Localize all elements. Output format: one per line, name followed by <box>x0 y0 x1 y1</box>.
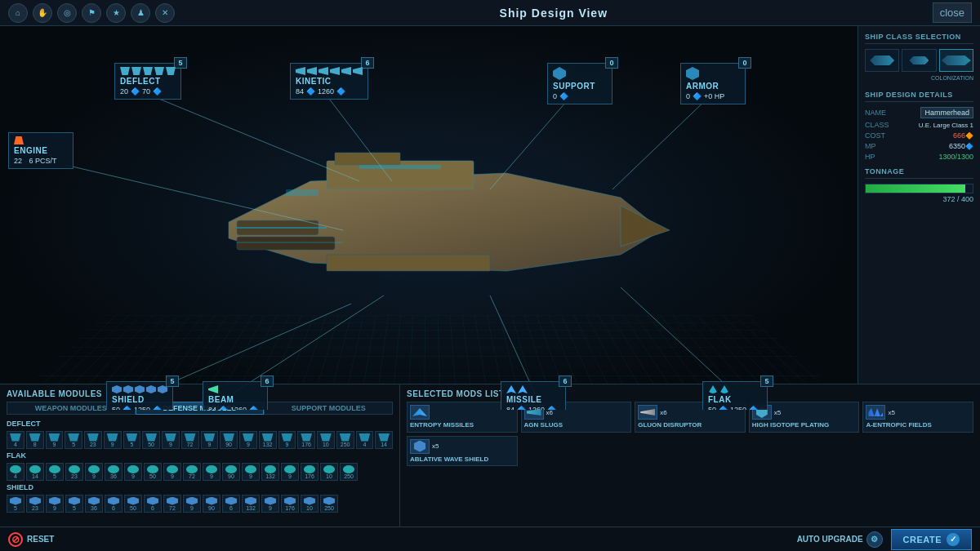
module-card-engine[interactable]: ENGINE 22 6 PCS/T <box>8 132 74 169</box>
mod-shield-10[interactable]: 9 <box>183 495 201 513</box>
agn-name: AGN SLUGS <box>524 421 629 429</box>
mod-shield-5[interactable]: 36 <box>85 495 103 513</box>
icon-person[interactable]: ♟ <box>131 3 150 23</box>
entropy-name: ENTROPY MISSILES <box>410 421 514 429</box>
mod-flak-11[interactable]: 9 <box>203 463 220 481</box>
auto-upgrade-button[interactable]: AUTO UPGRADE ⚙ <box>797 531 883 548</box>
mod-flak-17[interactable]: 10 <box>320 463 338 481</box>
sel-mod-ablative[interactable]: x5 ABLATIVE WAVE SHIELD <box>407 436 518 467</box>
module-card-flak[interactable]: 5 FLAK 50 🔷 1250 🔷 <box>702 381 768 410</box>
module-card-kinetic[interactable]: 6 KINETIC 84 🔷 1260 🔷 <box>290 63 368 100</box>
module-card-armor[interactable]: 0 ARMOR 0 🔷 +0 HP <box>680 63 746 104</box>
mp-label: MP <box>865 142 876 150</box>
top-bar: ⌂ ✋ ◎ ⚑ ★ ♟ ✕ Ship Design View close <box>0 0 980 26</box>
mod-flak-16[interactable]: 176 <box>301 463 318 481</box>
mod-deflect-13[interactable]: 9 <box>239 431 257 449</box>
mp-value: 6350🔷 <box>949 142 973 150</box>
mod-shield-8[interactable]: 6 <box>144 495 162 513</box>
mod-deflect-17[interactable]: 10 <box>317 431 335 449</box>
module-card-deflect[interactable]: 5 DEFLECT 20 🔷 70 🔷 <box>114 63 181 100</box>
cost-label: COST <box>865 131 885 140</box>
icon-flag[interactable]: ⚑ <box>82 3 101 23</box>
ship-silhouette <box>163 124 670 320</box>
close-button[interactable]: close <box>933 2 972 23</box>
ship-class-grid <box>865 49 973 72</box>
mod-shield-12[interactable]: 6 <box>222 495 240 513</box>
mod-deflect-9[interactable]: 9 <box>162 431 180 449</box>
mod-shield-2[interactable]: 23 <box>26 495 44 513</box>
icon-close-top[interactable]: ✕ <box>155 3 175 23</box>
mod-deflect-5[interactable]: 23 <box>84 431 102 449</box>
icon-star[interactable]: ★ <box>106 3 126 23</box>
reset-button[interactable]: ⊘ RESET <box>8 532 54 547</box>
mod-shield-14[interactable]: 9 <box>261 495 279 513</box>
mod-flak-1[interactable]: 4 <box>7 463 24 481</box>
icon-hand[interactable]: ✋ <box>33 3 52 23</box>
mod-shield-7[interactable]: 50 <box>124 495 142 513</box>
tonnage-bar-fill <box>866 184 965 193</box>
name-value[interactable]: Hammerhead <box>920 107 973 118</box>
icon-target[interactable]: ◎ <box>57 3 77 23</box>
mod-deflect-8[interactable]: 50 <box>142 431 160 449</box>
mod-deflect-16[interactable]: 176 <box>297 431 315 449</box>
mod-shield-13[interactable]: 132 <box>242 495 260 513</box>
mod-flak-13[interactable]: 9 <box>242 463 260 481</box>
mod-shield-9[interactable]: 72 <box>163 495 181 513</box>
create-button[interactable]: CREATE ✓ <box>891 529 972 550</box>
mod-shield-15[interactable]: 176 <box>281 495 299 513</box>
reset-label: RESET <box>27 535 54 544</box>
mod-flak-9[interactable]: 9 <box>163 463 181 481</box>
ablative-name: ABLATIVE WAVE SHIELD <box>410 455 514 464</box>
mod-flak-14[interactable]: 132 <box>261 463 279 481</box>
mod-flak-15[interactable]: 9 <box>281 463 299 481</box>
mod-deflect-15[interactable]: 9 <box>278 431 296 449</box>
mod-deflect-14[interactable]: 132 <box>259 431 277 449</box>
mod-flak-7[interactable]: 9 <box>124 463 142 481</box>
module-card-shield[interactable]: 5 SHIELD 50 🔷 1250 🔷 <box>106 381 173 410</box>
module-card-support[interactable]: 0 SUPPORT 0 🔷 <box>547 63 612 104</box>
mod-flak-3[interactable]: 5 <box>46 463 64 481</box>
mod-flak-12[interactable]: 90 <box>222 463 240 481</box>
mod-deflect-11[interactable]: 9 <box>201 431 219 449</box>
ship-class-medium[interactable] <box>902 49 936 72</box>
mod-deflect-6[interactable]: 9 <box>104 431 122 449</box>
mod-deflect-4[interactable]: 5 <box>65 431 82 449</box>
icon-home[interactable]: ⌂ <box>8 3 28 23</box>
tonnage-title: TONNAGE <box>865 167 973 179</box>
mod-flak-5[interactable]: 9 <box>85 463 103 481</box>
mod-shield-3[interactable]: 9 <box>46 495 64 513</box>
mod-shield-6[interactable]: 6 <box>105 495 122 513</box>
mod-flak-8[interactable]: 50 <box>144 463 162 481</box>
module-card-beam[interactable]: 6 BEAM 84 🔷 1260 🔷 <box>203 381 268 410</box>
mod-shield-11[interactable]: 90 <box>203 495 220 513</box>
mod-deflect-7[interactable]: 5 <box>123 431 141 449</box>
module-card-missile[interactable]: 6 MISSILE 84 🔷 1260 🔷 <box>501 381 566 410</box>
mod-flak-10[interactable]: 72 <box>183 463 201 481</box>
mod-deflect-12[interactable]: 90 <box>220 431 238 449</box>
mod-deflect-3[interactable]: 9 <box>46 431 64 449</box>
ship-class-small[interactable] <box>865 49 899 72</box>
sel-mod-entropic[interactable]: x5 A-ENTROPIC FIELDS <box>862 402 973 433</box>
mod-flak-2[interactable]: 14 <box>26 463 44 481</box>
deflect-module-row: DEFLECT 4 8 9 5 23 9 5 50 9 72 9 90 9 13… <box>7 420 393 449</box>
deflect-cells-row: 4 8 9 5 23 9 5 50 9 72 9 90 9 132 9 176 … <box>7 431 393 449</box>
mod-shield-4[interactable]: 5 <box>65 495 83 513</box>
mod-deflect-10[interactable]: 72 <box>181 431 199 449</box>
selected-mods-panel: SELECTED MODS LIST ENTROPY MISSILES x6 <box>400 384 980 527</box>
mod-deflect-18[interactable]: 250 <box>336 431 354 449</box>
svg-rect-11 <box>335 153 400 165</box>
mod-deflect-20[interactable]: 14 <box>375 431 393 449</box>
mod-shield-1[interactable]: 5 <box>7 495 24 513</box>
mod-flak-6[interactable]: 36 <box>105 463 122 481</box>
mod-shield-17[interactable]: 250 <box>320 495 338 513</box>
right-panel: SHIP CLASS SELECTION Colonization SHIP D… <box>858 26 980 436</box>
class-value: U.E. Large Class 1 <box>919 122 973 129</box>
tab-support-modules[interactable]: SUPPORT MODULES <box>264 402 393 415</box>
mod-deflect-1[interactable]: 4 <box>7 431 24 449</box>
mod-flak-18[interactable]: 250 <box>340 463 358 481</box>
ship-class-colonization[interactable] <box>939 49 973 72</box>
mod-shield-16[interactable]: 10 <box>301 495 318 513</box>
mod-deflect-2[interactable]: 8 <box>26 431 44 449</box>
mod-flak-4[interactable]: 23 <box>65 463 83 481</box>
mod-deflect-19[interactable]: 4 <box>356 431 374 449</box>
